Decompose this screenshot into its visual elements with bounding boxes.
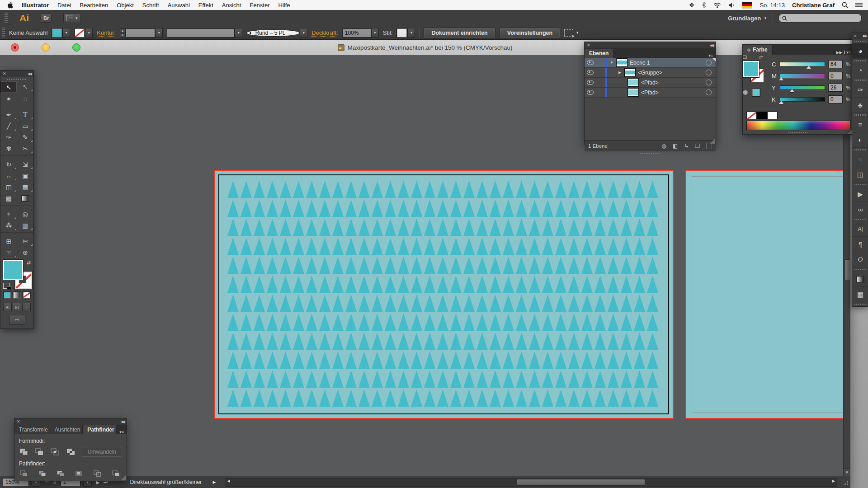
yellow-value-field[interactable]: 26 bbox=[828, 84, 843, 92]
gradient-mode-button[interactable] bbox=[13, 291, 21, 299]
column-graph-tool[interactable]: ▥ bbox=[17, 220, 34, 231]
unite-button[interactable] bbox=[19, 448, 29, 456]
opentype-panel-icon[interactable]: O bbox=[852, 252, 868, 267]
draw-inside-button[interactable]: ◳ bbox=[22, 303, 31, 311]
menu-hilfe[interactable]: Hilfe bbox=[278, 2, 290, 9]
stroke-weight-field[interactable] bbox=[125, 28, 155, 38]
layer-lock-cell[interactable] bbox=[596, 68, 607, 77]
menu-auswahl[interactable]: Auswahl bbox=[168, 2, 190, 9]
status-bar-expand-arrow[interactable]: ▶ bbox=[213, 480, 216, 484]
direct-selection-tool[interactable]: ↖ bbox=[17, 81, 34, 92]
brush-definition-dropdown[interactable]: ▼ bbox=[300, 28, 307, 38]
stroke-panel-icon[interactable]: ≡ bbox=[852, 117, 868, 132]
mesh-tool[interactable]: ▩ bbox=[0, 192, 17, 204]
spotlight-search-icon[interactable] bbox=[842, 2, 848, 8]
delete-layer-icon[interactable] bbox=[706, 143, 712, 149]
preferences-button[interactable]: Voreinstellungen bbox=[500, 28, 560, 38]
pathfinder-collapse-icon[interactable]: ◀◀ bbox=[121, 420, 124, 424]
horizontal-scrollbar-thumb[interactable] bbox=[517, 479, 645, 486]
gradient-panel-icon[interactable] bbox=[852, 272, 868, 287]
appearance-panel-icon[interactable]: ◌ bbox=[852, 152, 868, 167]
fill-color-swatch[interactable] bbox=[52, 28, 62, 38]
color-tab[interactable]: ◇Farbe bbox=[743, 45, 773, 55]
black-value-field[interactable]: 0 bbox=[828, 95, 843, 103]
type-tool[interactable]: T bbox=[17, 109, 34, 120]
layer-lock-cell[interactable] bbox=[596, 78, 607, 87]
black-swatch[interactable] bbox=[757, 112, 767, 119]
group-target-circle[interactable] bbox=[706, 70, 712, 75]
dock-grip[interactable] bbox=[852, 217, 868, 221]
tools-close-icon[interactable]: ✕ bbox=[3, 71, 6, 76]
layer-row-pfad-2[interactable]: <Pfad> bbox=[585, 88, 716, 98]
scroll-left-button[interactable]: ◀ bbox=[227, 479, 230, 483]
magenta-value-field[interactable]: 0 bbox=[828, 72, 843, 80]
selection-tool[interactable]: ↖ bbox=[0, 81, 17, 93]
path-thumbnail[interactable] bbox=[627, 78, 639, 87]
lasso-tool[interactable]: ◌ bbox=[17, 93, 34, 104]
fill-stroke-indicator[interactable]: ⇄ bbox=[3, 260, 31, 289]
artboards-panel-icon[interactable]: ▦ bbox=[852, 287, 868, 302]
fill-indicator[interactable] bbox=[3, 260, 23, 280]
stroke-weight-control[interactable]: ▲▼ ▼ bbox=[120, 28, 163, 38]
canvas-area[interactable]: ▼ bbox=[0, 55, 850, 476]
none-swatch[interactable] bbox=[746, 112, 757, 119]
path-name[interactable]: <Pfad> bbox=[641, 80, 659, 86]
paragraph-panel-icon[interactable]: ¶ bbox=[852, 237, 868, 252]
minus-back-button[interactable] bbox=[111, 469, 122, 478]
free-transform-tool[interactable]: ▣ bbox=[17, 170, 34, 181]
layers-panel-menu-icon[interactable]: ▾≡ bbox=[706, 53, 716, 58]
color-group-icon[interactable]: ❏ bbox=[743, 55, 747, 60]
character-panel-icon[interactable]: A| bbox=[852, 221, 868, 237]
stroke-color-control[interactable]: ▼ bbox=[74, 28, 93, 38]
dock-grip[interactable] bbox=[852, 113, 868, 117]
dock-grip[interactable] bbox=[852, 39, 868, 43]
layer-row-ebene1[interactable]: ▼ Ebene 1 bbox=[585, 58, 716, 68]
scale-tool[interactable]: ⇲ bbox=[17, 159, 34, 170]
tools-collapse-icon[interactable]: ◀◀ bbox=[28, 72, 31, 76]
width-tool[interactable]: ↔ bbox=[0, 170, 17, 181]
perspective-grid-tool[interactable]: ▦ bbox=[17, 181, 34, 192]
width-profile-field[interactable] bbox=[167, 28, 235, 38]
opacity-control[interactable]: 100% ▼ bbox=[342, 28, 379, 38]
color-fill-swatch[interactable] bbox=[743, 61, 759, 77]
graphic-style-swatch[interactable] bbox=[396, 28, 407, 38]
group-thumbnail[interactable] bbox=[624, 68, 636, 77]
layer-visibility-toggle[interactable] bbox=[585, 68, 596, 77]
artboard-front[interactable] bbox=[215, 171, 673, 418]
workspace-switcher[interactable]: Grundlagen▼ bbox=[728, 15, 767, 22]
dock-grip[interactable] bbox=[852, 183, 868, 187]
dock-grip[interactable] bbox=[852, 267, 868, 272]
arrange-documents-button[interactable]: ▼ bbox=[63, 13, 81, 23]
opacity-field[interactable]: 100% bbox=[342, 28, 371, 38]
path-thumbnail[interactable] bbox=[627, 88, 639, 97]
menu-objekt[interactable]: Objekt bbox=[117, 2, 134, 9]
stroke-panel-link[interactable]: Kontur: bbox=[97, 29, 116, 36]
pathfinder-panel-menu-icon[interactable]: ▾≡ bbox=[117, 430, 127, 434]
document-setup-button[interactable]: Dokument einrichten bbox=[424, 28, 495, 38]
graphic-style-control[interactable]: ▼ bbox=[396, 28, 415, 38]
pathfinder-close-icon[interactable]: ✕ bbox=[17, 419, 20, 424]
layer-visibility-toggle[interactable] bbox=[585, 78, 596, 87]
layers-resize-grip[interactable] bbox=[585, 151, 716, 155]
width-profile-dropdown[interactable]: ▼ bbox=[235, 28, 242, 38]
layer-visibility-toggle[interactable] bbox=[585, 88, 596, 97]
symbol-sprayer-tool[interactable]: ⁂ bbox=[0, 220, 17, 231]
notification-center-icon[interactable] bbox=[855, 2, 863, 8]
tab-transformieren[interactable]: Transformie bbox=[14, 425, 50, 434]
layer-thumbnail[interactable] bbox=[616, 58, 627, 67]
pen-tool[interactable]: ✒ bbox=[0, 109, 17, 120]
draw-behind-button[interactable]: ◱ bbox=[13, 303, 21, 311]
color-spectrum-bar[interactable] bbox=[746, 121, 850, 130]
dock-grip[interactable] bbox=[852, 302, 868, 306]
bluetooth-icon[interactable] bbox=[702, 2, 706, 8]
yellow-slider[interactable] bbox=[780, 85, 825, 90]
german-flag-input-source[interactable] bbox=[742, 2, 752, 9]
locate-object-icon[interactable]: ◍ bbox=[661, 143, 666, 149]
menu-schrift[interactable]: Schrift bbox=[142, 2, 159, 9]
layers-close-icon[interactable]: ✕ bbox=[587, 43, 590, 47]
magenta-slider[interactable] bbox=[780, 74, 825, 78]
path-target-circle[interactable] bbox=[706, 89, 712, 95]
dock-close-icon[interactable]: ✕ bbox=[854, 34, 857, 38]
artboard-tool[interactable]: ⊞ bbox=[0, 235, 17, 247]
path-target-circle[interactable] bbox=[706, 80, 712, 85]
